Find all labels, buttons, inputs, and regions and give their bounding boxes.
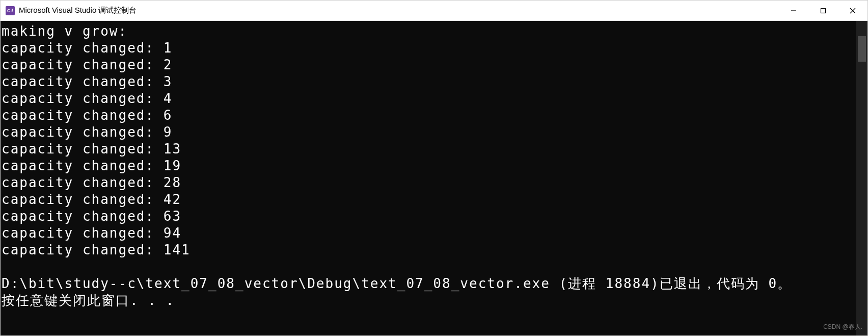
minimize-button[interactable] [779, 1, 808, 20]
close-button[interactable] [838, 1, 867, 20]
maximize-icon [820, 8, 826, 14]
console-area[interactable]: making v grow: capacity changed: 1 capac… [1, 21, 867, 335]
app-icon: C:\ [6, 6, 15, 15]
watermark: CSDN @春人. [823, 323, 862, 331]
titlebar[interactable]: C:\ Microsoft Visual Studio 调试控制台 [1, 1, 867, 21]
console-output: making v grow: capacity changed: 1 capac… [1, 21, 856, 335]
window-controls [779, 1, 867, 20]
scrollbar-vertical[interactable] [856, 21, 867, 335]
close-icon [850, 8, 856, 14]
maximize-button[interactable] [808, 1, 838, 20]
svg-rect-1 [821, 8, 826, 13]
scrollbar-thumb[interactable] [858, 36, 866, 62]
window-title: Microsoft Visual Studio 调试控制台 [19, 6, 779, 15]
console-window: C:\ Microsoft Visual Studio 调试控制台 making… [0, 0, 868, 336]
minimize-icon [791, 8, 797, 14]
